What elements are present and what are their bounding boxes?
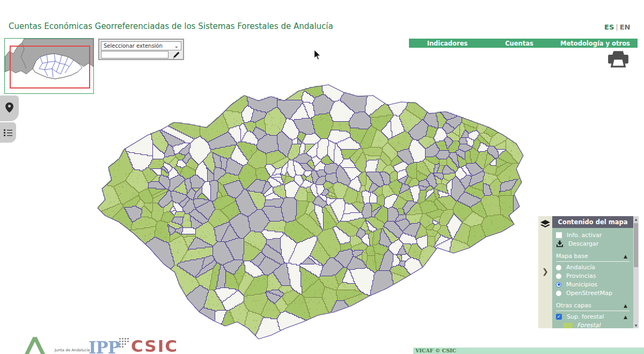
map-marker-icon bbox=[5, 102, 13, 113]
chevron-down-icon: ⌄ bbox=[174, 43, 179, 49]
draw-extent-button[interactable] bbox=[172, 51, 180, 58]
ipp-logo[interactable]: IPP bbox=[89, 338, 120, 354]
radio-municipios[interactable] bbox=[556, 282, 561, 287]
descargar-row[interactable]: Descargar bbox=[556, 240, 630, 247]
panel-main: Contenido del mapa Info. activar Descarg… bbox=[552, 216, 633, 328]
pencil-icon bbox=[172, 51, 180, 59]
mapa-base-label: Mapa base bbox=[556, 253, 588, 260]
extent-search-input[interactable] bbox=[101, 51, 169, 58]
csic-logo[interactable]: CSIC bbox=[119, 338, 178, 354]
info-activar-label: Info. activar bbox=[567, 232, 602, 239]
map-content-panel: ❯ Contenido del mapa Info. activar Desca… bbox=[538, 216, 639, 328]
download-icon bbox=[556, 240, 564, 247]
radio-provincias[interactable] bbox=[556, 274, 561, 279]
triangle-up-icon: ▲ bbox=[624, 303, 627, 308]
legend-row-forestal: Forestal bbox=[564, 322, 630, 328]
nav-metodologia[interactable]: Metodología y otros bbox=[553, 39, 638, 48]
otras-capas-label: Otras capas bbox=[556, 302, 591, 309]
app-window: Cuentas Económicas Georreferenciadas de … bbox=[0, 0, 644, 354]
layers-icon[interactable] bbox=[540, 220, 551, 231]
radio-openstreetmap[interactable] bbox=[556, 291, 561, 296]
extent-widget: Seleccionar extensión ⌄ bbox=[98, 39, 184, 60]
lang-en-link[interactable]: EN bbox=[620, 23, 631, 31]
legend-list-icon bbox=[4, 129, 12, 136]
scroll-down-arrow[interactable]: ▼ bbox=[633, 323, 639, 327]
junta-label: Junta de Andalucía bbox=[55, 348, 90, 354]
municipalities-map-canvas[interactable] bbox=[80, 75, 537, 349]
junta-logo-icon bbox=[21, 336, 48, 354]
extent-select[interactable]: Seleccionar extensión ⌄ bbox=[101, 41, 181, 50]
mapa-base-section-header[interactable]: Mapa base ▲ bbox=[556, 253, 630, 260]
panel-scrollbar[interactable]: ▲ ▼ bbox=[633, 216, 639, 328]
divider bbox=[556, 311, 630, 311]
language-switch: ES|EN bbox=[604, 23, 630, 31]
main-nav: Indicadores Cuentas Metodología y otros bbox=[409, 39, 638, 48]
panel-strip: ❯ bbox=[538, 216, 552, 328]
triangle-up-icon: ▲ bbox=[624, 254, 627, 259]
sup-forestal-label: Sup. forestal bbox=[567, 313, 604, 320]
radio-andalucia[interactable] bbox=[556, 265, 561, 270]
print-button[interactable] bbox=[608, 51, 629, 70]
base-option-andalucia[interactable]: Andalucía bbox=[556, 264, 630, 271]
otras-capas-section-header[interactable]: Otras capas ▲ bbox=[556, 302, 630, 309]
junta-andalucia-logo[interactable]: Junta de Andalucía bbox=[21, 336, 90, 354]
scroll-up-arrow[interactable]: ▲ bbox=[633, 217, 639, 221]
descargar-label: Descargar bbox=[568, 240, 598, 247]
lang-es-link[interactable]: ES bbox=[604, 23, 614, 31]
nav-cuentas[interactable]: Cuentas bbox=[486, 39, 553, 48]
panel-title: Contenido del mapa bbox=[552, 216, 633, 228]
forestal-legend-label: Forestal bbox=[577, 322, 601, 328]
mouse-cursor bbox=[314, 50, 321, 62]
csic-label: CSIC bbox=[131, 338, 178, 354]
legend-tool-tab[interactable] bbox=[0, 122, 16, 143]
collapse-panel-button[interactable]: ❯ bbox=[542, 267, 548, 276]
printer-icon bbox=[608, 51, 629, 70]
sup-forestal-row[interactable]: ✓ Sup. forestal ▲ bbox=[556, 313, 630, 320]
forestal-legend-swatch bbox=[564, 323, 573, 328]
base-option-provincias[interactable]: Provincias bbox=[556, 272, 630, 279]
base-option-municipios[interactable]: Municipios bbox=[556, 281, 630, 288]
locate-tool-tab[interactable] bbox=[0, 95, 19, 121]
vicaf-credit-bar: VICAF © CSIC bbox=[413, 348, 644, 354]
base-option-openstreetmap[interactable]: OpenStreetMap bbox=[556, 290, 630, 297]
lang-separator: | bbox=[614, 23, 619, 31]
sup-forestal-checkbox[interactable]: ✓ bbox=[556, 314, 562, 320]
scroll-thumb[interactable] bbox=[634, 223, 638, 267]
csic-grid-icon bbox=[119, 338, 129, 348]
nav-indicadores[interactable]: Indicadores bbox=[409, 39, 486, 48]
info-activar-row[interactable]: Info. activar bbox=[556, 232, 630, 239]
page-title: Cuentas Económicas Georreferenciadas de … bbox=[9, 21, 333, 31]
triangle-up-icon: ▲ bbox=[624, 314, 627, 320]
info-activar-checkbox[interactable] bbox=[556, 232, 562, 238]
divider bbox=[556, 261, 630, 262]
extent-select-value: Seleccionar extensión bbox=[104, 43, 163, 49]
